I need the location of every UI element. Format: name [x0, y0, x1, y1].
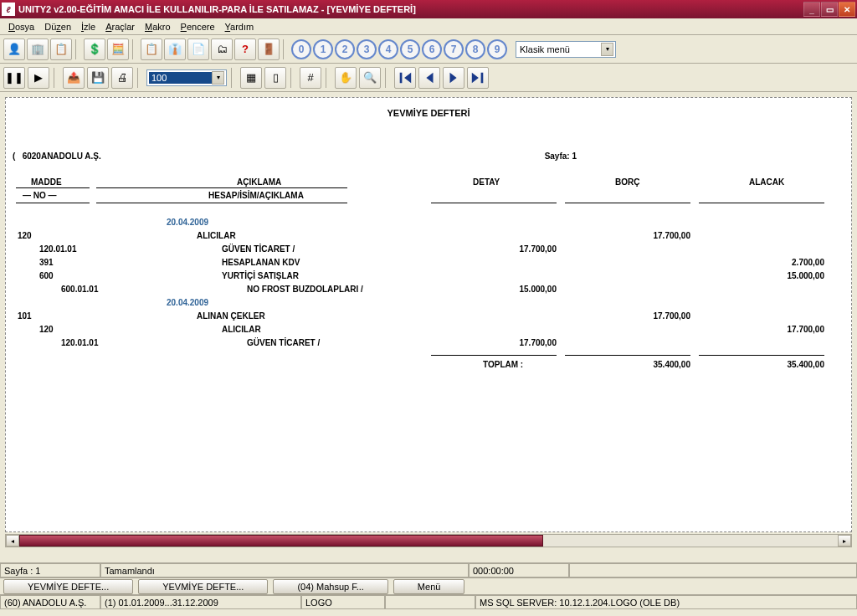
- grid2-icon[interactable]: #: [300, 67, 321, 89]
- scroll-thumb[interactable]: [19, 535, 543, 547]
- separator: [137, 68, 142, 88]
- company-header: ( 6020ANADOLU A.Ş.: [13, 151, 101, 161]
- calc-icon[interactable]: 🧮: [107, 38, 129, 60]
- clipboard-icon[interactable]: 📋: [141, 38, 162, 60]
- menu-style-value: Klasik menü: [518, 44, 601, 54]
- zoom-icon[interactable]: 🔍: [359, 67, 381, 89]
- report-area: YEVMİYE DEFTERİ ( 6020ANADOLU A.Ş. Sayfa…: [0, 92, 857, 562]
- nav-next-icon[interactable]: [443, 67, 464, 89]
- form-icon[interactable]: 📋: [50, 38, 72, 60]
- chevron-down-icon[interactable]: ▾: [212, 71, 224, 85]
- menu-watch[interactable]: İzle: [76, 20, 100, 33]
- doc-star-icon[interactable]: 📄: [187, 38, 209, 60]
- doc-refresh-icon[interactable]: 🗂: [211, 38, 233, 60]
- menu-file[interactable]: Dosya: [3, 20, 39, 33]
- separator: [385, 68, 390, 88]
- menu-style-combo[interactable]: Klasik menü ▾: [516, 41, 616, 58]
- report-toolbar: ❚❚ ▶ 📤 💾 🖨 100 ▾ ▦ ▯ # ✋ 🔍: [0, 64, 857, 92]
- nav-first-icon[interactable]: [394, 67, 416, 89]
- report-row: 101ALINAN ÇEKLER17.700,00: [13, 311, 844, 325]
- tab-mahsup[interactable]: (04) Mahsup F...: [273, 579, 387, 594]
- zoom-combo[interactable]: 100 ▾: [146, 69, 227, 86]
- status-page: Sayfa : 1: [0, 563, 100, 578]
- window-title: UNITY2 v2.00-EĞİTİM AMACI İLE KULLANILIR…: [18, 4, 803, 14]
- quick-8[interactable]: 8: [465, 39, 485, 59]
- horizontal-scrollbar[interactable]: ◂ ▸: [5, 534, 852, 547]
- menu-window[interactable]: Pencere: [176, 20, 220, 33]
- menu-macro[interactable]: Makro: [140, 20, 176, 33]
- title-bar: ℓ UNITY2 v2.00-EĞİTİM AMACI İLE KULLANIL…: [0, 0, 857, 18]
- tab-menu[interactable]: Menü: [393, 579, 465, 594]
- scroll-left-icon[interactable]: ◂: [6, 535, 19, 547]
- report-page: YEVMİYE DEFTERİ ( 6020ANADOLU A.Ş. Sayfa…: [5, 97, 852, 532]
- separator: [132, 39, 137, 59]
- scroll-right-icon[interactable]: ▸: [838, 535, 851, 547]
- report-title: YEVMİYE DEFTERİ: [13, 108, 844, 118]
- currency-icon[interactable]: 💲: [84, 38, 105, 60]
- minimize-button[interactable]: _: [803, 2, 820, 17]
- separator: [290, 68, 295, 88]
- company-icon[interactable]: 🏢: [27, 38, 49, 60]
- report-row: 120.01.01GÜVEN TİCARET /17.700,00: [13, 244, 844, 258]
- menu-file-label: osya: [15, 22, 34, 32]
- window-tabs: YEVMİYE DEFTE... YEVMİYE DEFTE... (04) M…: [0, 578, 857, 594]
- chevron-down-icon[interactable]: ▾: [601, 43, 613, 56]
- grid-icon[interactable]: ▦: [240, 67, 262, 89]
- page-icon[interactable]: ▯: [264, 67, 286, 89]
- app-icon: ℓ: [2, 3, 15, 16]
- status-server: MS SQL SERVER: 10.12.1.204.LOGO (OLE DB): [475, 595, 857, 609]
- status-state: Tamamlandı: [100, 563, 469, 578]
- quick-1[interactable]: 1: [313, 39, 333, 59]
- status-brand: LOGO: [301, 595, 385, 609]
- hand-icon[interactable]: ✋: [335, 67, 357, 89]
- report-row: 120ALICILAR17.700,00: [13, 231, 844, 244]
- zoom-value: 100: [149, 72, 212, 84]
- help-icon[interactable]: ?: [234, 38, 256, 60]
- maximize-button[interactable]: ▭: [821, 2, 838, 17]
- status-period: (1) 01.01.2009...31.12.2009: [100, 595, 301, 609]
- tab-yevmiye-2[interactable]: YEVMİYE DEFTE...: [138, 579, 268, 594]
- status-bar-2: (60) ANADOLU A.Ş. (1) 01.01.2009...31.12…: [0, 594, 857, 609]
- play-icon[interactable]: ▶: [28, 67, 49, 89]
- separator: [75, 39, 80, 59]
- print-icon[interactable]: 🖨: [111, 67, 133, 89]
- pause-icon[interactable]: ❚❚: [3, 67, 25, 89]
- nav-prev-icon[interactable]: [418, 67, 440, 89]
- close-button[interactable]: ✕: [839, 2, 855, 17]
- quick-9[interactable]: 9: [487, 39, 507, 59]
- total-label: TOPLAM :: [483, 360, 523, 369]
- user-icon[interactable]: 👤: [3, 38, 25, 60]
- report-row: 600YURTİÇİ SATIŞLAR15.000,00: [13, 271, 844, 285]
- nav-last-icon[interactable]: [467, 67, 489, 89]
- quick-0[interactable]: 0: [291, 39, 311, 59]
- report-rows: 20.04.2009120ALICILAR17.700,00120.01.01G…: [13, 218, 844, 352]
- quick-5[interactable]: 5: [400, 39, 420, 59]
- quick-2[interactable]: 2: [335, 39, 355, 59]
- scroll-track[interactable]: [19, 535, 838, 547]
- separator: [326, 68, 331, 88]
- report-row: 120ALICILAR17.700,00: [13, 325, 844, 338]
- menu-help[interactable]: Yardım: [220, 20, 259, 33]
- quick-3[interactable]: 3: [357, 39, 377, 59]
- status-bar-1: Sayfa : 1 Tamamlandı 000:00:00: [0, 562, 857, 578]
- report-row: 120.01.01GÜVEN TİCARET /17.700,00: [13, 338, 844, 352]
- menu-bar: Dosya Düzen İzle Araçlar Makro Pencere Y…: [0, 18, 857, 35]
- person-icon[interactable]: 👔: [164, 38, 186, 60]
- report-row: 20.04.2009: [13, 218, 844, 231]
- report-row: 20.04.2009: [13, 298, 844, 311]
- status-company: (60) ANADOLU A.Ş.: [0, 595, 100, 609]
- send-icon[interactable]: 📤: [63, 67, 85, 89]
- menu-tools[interactable]: Araçlar: [100, 20, 140, 33]
- save-icon[interactable]: 💾: [87, 67, 109, 89]
- quick-6[interactable]: 6: [422, 39, 442, 59]
- exit-icon[interactable]: 🚪: [258, 38, 280, 60]
- menu-edit[interactable]: Düzen: [39, 20, 76, 33]
- tab-yevmiye-1[interactable]: YEVMİYE DEFTE...: [3, 579, 133, 594]
- quick-4[interactable]: 4: [378, 39, 398, 59]
- quick-7[interactable]: 7: [444, 39, 464, 59]
- separator: [54, 68, 59, 88]
- total-alacak: 35.400,00: [699, 360, 824, 369]
- status-time: 000:00:00: [469, 563, 569, 578]
- total-borc: 35.400,00: [565, 360, 690, 369]
- page-header: Sayfa: 1: [545, 151, 577, 161]
